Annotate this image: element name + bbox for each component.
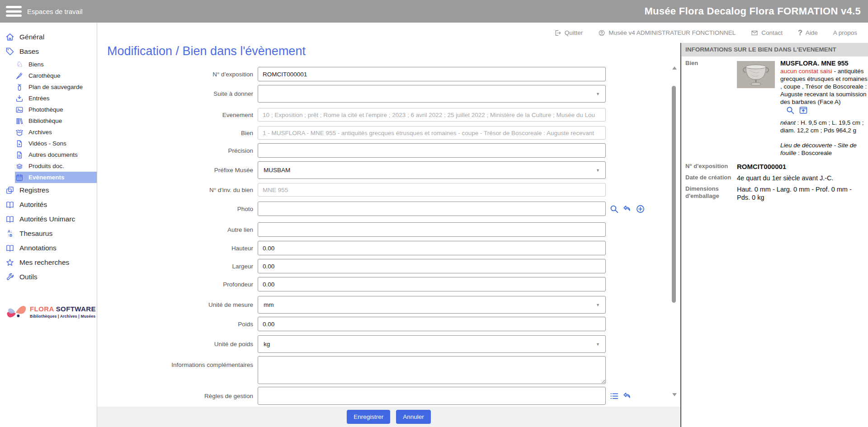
unite-poids-select[interactable]: kg▼ [258,335,606,353]
form-scrollbar[interactable] [671,43,677,407]
calendar-icon [15,174,24,182]
date-creation-value: 4e quart du 1er siècle avant J.-C. [737,174,866,182]
exposition-number-input[interactable] [258,67,606,81]
workspace-label[interactable]: Espaces de travail [27,8,83,15]
prefixe-musee-select[interactable]: MUSBAM▼ [258,161,606,179]
sidebar-item-general[interactable]: Général [0,30,97,44]
sidebar-item-bases[interactable]: Bases [0,44,97,59]
books-icon [15,117,24,125]
save-button[interactable]: Enregistrer [347,410,390,424]
form-row: Préfixe Musée MUSBAM▼ [97,161,606,179]
form-row: Profondeur [97,277,606,291]
knight-icon: ♘ [15,61,24,69]
field-label: Bien [97,130,258,136]
flora-software-logo: FLORA SOFTWARE Bibliothèques | Archives … [4,300,97,324]
sidebar-item-outils[interactable]: Outils [0,270,97,284]
scrollbar-down-arrow[interactable] [672,393,677,396]
sidebar-item-mes-recherches[interactable]: Mes recherches [0,255,97,270]
file-video-icon [15,140,24,148]
lieu-value: : Boscoreale [796,150,832,156]
poids-input[interactable] [258,317,606,331]
sidebar-item-bibliotheque[interactable]: Bibliothèque [15,115,97,127]
suite-a-donner-select[interactable]: ▼ [258,85,606,103]
field-label: Suite à donner [97,90,258,97]
quitter-link[interactable]: Quitter [554,29,583,37]
field-label: Unité de mesure [97,301,258,308]
top-bar: Espaces de travail Musée Flora Decalog F… [0,0,868,23]
form-row: Unité de poids kg▼ [97,335,606,353]
form-row: N° d'inv. du bien [97,183,606,197]
sidebar-item-autorites[interactable]: Autorités [0,197,97,212]
sidebar-item-produits-doc[interactable]: Produits doc. [15,160,97,172]
hamburger-menu-icon[interactable] [6,6,22,17]
field-label: Autre lien [97,226,258,233]
chevron-down-icon: ▼ [596,303,600,307]
form-row: Autre lien [97,222,606,237]
form-row: Unité de mesure mm▼ [97,296,606,314]
field-label: N° d'inv. du bien [97,187,258,193]
dimensions-emballage-value: Haut. 0 mm - Larg. 0 mm - Prof. 0 mm - P… [737,185,866,202]
hauteur-input[interactable] [258,241,606,255]
largeur-input[interactable] [258,259,606,273]
bien-input [258,126,606,140]
sidebar-item-annotations[interactable]: Annotations [0,241,97,255]
plus-circle-icon[interactable] [636,204,645,214]
aide-link[interactable]: ?Aide [798,29,818,37]
info-row: N° d'exposition ROMCIT000001 [685,163,868,171]
profondeur-input[interactable] [258,277,606,291]
field-label: Photo [97,206,258,212]
cancel-button[interactable]: Annuler [396,410,431,424]
sidebar-item-carotheque[interactable]: Carothèque [15,70,97,81]
field-label: Poids [97,321,258,328]
field-label: Hauteur [97,245,258,252]
sidebar-item-autorites-unimarc[interactable]: Autorités Unimarc [0,212,97,226]
autre-lien-input[interactable] [258,222,606,237]
scrollbar-up-arrow[interactable] [672,66,677,70]
export-icon[interactable] [799,106,808,115]
undo-icon[interactable] [623,204,632,214]
sidebar-item-phototheque[interactable]: Photothèque [15,104,97,115]
scrollbar-thumb[interactable] [672,86,676,303]
sidebar-item-evenements[interactable]: Evènements [15,172,97,183]
exposition-number-value: ROMCIT000001 [737,163,866,171]
person-icon [598,29,605,37]
undo-icon[interactable] [623,391,632,401]
sidebar-item-videos-sons[interactable]: Vidéos - Sons [15,138,97,149]
logo-tagline: Bibliothèques | Archives | Musées [30,314,96,319]
sidebar-item-registres[interactable]: Registres [0,183,97,197]
open-box-icon [15,128,24,136]
question-icon: ? [798,29,802,37]
chevron-down-icon: ▼ [596,168,600,173]
bien-label: Bien [685,60,737,157]
page-title: Modification / Bien dans l'évènement [107,44,306,58]
form-row: Largeur [97,259,606,273]
photo-input[interactable] [258,202,606,216]
sidebar-item-archives[interactable]: Archives [15,127,97,138]
chevron-down-icon: ▼ [596,342,600,347]
field-label: Précision [97,147,258,154]
search-icon[interactable] [786,106,795,115]
form-row: Evenement [97,108,606,122]
bien-thumbnail-image[interactable] [737,61,775,88]
user-account[interactable]: Musée v4 ADMINISTRATEUR FONCTIONNEL [598,29,736,37]
sort-alpha-icon: A↓↑B [5,229,14,238]
form-region: Modification / Bien dans l'évènement N° … [97,43,671,407]
sidebar-item-plan-de-sauvegarde[interactable]: Plan de sauvegarde [15,81,97,93]
sidebar-item-biens[interactable]: ♘Biens [15,59,97,70]
sidebar-item-autres-documents[interactable]: Autres documents [15,149,97,160]
sidebar-item-entrees[interactable]: Entrées [15,93,97,104]
list-icon[interactable] [609,391,619,401]
informations-complementaires-textarea[interactable] [258,356,606,384]
unite-mesure-select[interactable]: mm▼ [258,296,606,314]
constat-alert: aucun constat saisi [780,68,832,75]
home-icon [5,33,14,42]
precision-input[interactable] [258,143,606,158]
sidebar-item-thesaurus[interactable]: A↓↑BThesaurus [0,226,97,241]
carrot-icon [15,72,24,80]
a-propos-link[interactable]: A propos [833,29,857,36]
regles-de-gestion-input[interactable] [258,387,606,405]
search-icon[interactable] [609,204,619,214]
contact-link[interactable]: Contact [751,29,783,37]
star-icon [5,258,14,267]
field-label: Informations complémentaires [97,356,258,368]
